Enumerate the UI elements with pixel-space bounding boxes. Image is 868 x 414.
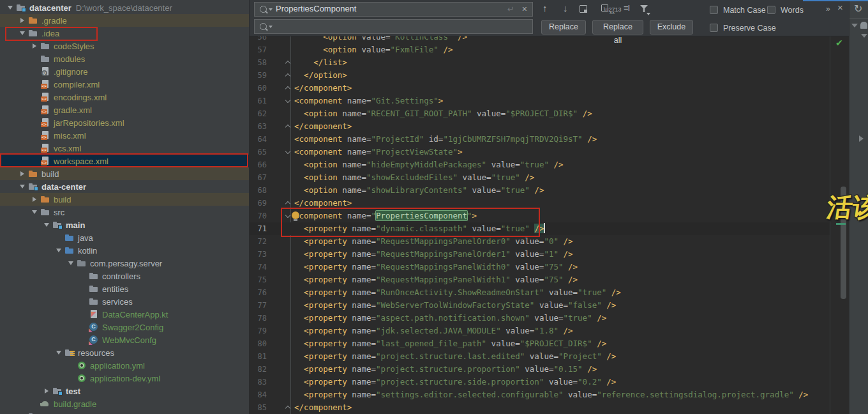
- tree-item-compiler-xml[interactable]: <>compiler.xml: [0, 78, 249, 91]
- tree-expand-arrow[interactable]: [53, 351, 64, 355]
- replace-history-chevron-icon[interactable]: [269, 26, 273, 28]
- tree-expand-arrow[interactable]: [17, 18, 28, 23]
- tree-item-java[interactable]: java: [0, 231, 249, 244]
- editor-scrollbar-thumb[interactable]: [841, 187, 846, 299]
- code-line-62[interactable]: 62 <option name="RECENT_GIT_ROOT_PATH" v…: [250, 107, 849, 120]
- replace-all-button[interactable]: Replace all: [592, 20, 643, 34]
- project-tree-panel[interactable]: datacenterD:\work_space\datacenter.gradl…: [0, 0, 249, 414]
- tree-item-application-yml[interactable]: application.yml: [0, 359, 249, 372]
- close-search-icon[interactable]: ×: [837, 2, 843, 13]
- code-text[interactable]: <property name="project.structure.side.p…: [285, 376, 616, 388]
- code-text[interactable]: <property name="RunOnceActivity.ShowRead…: [285, 286, 621, 299]
- search-input-value[interactable]: PropertiesComponent: [276, 4, 356, 13]
- tree-item-vcs-xml[interactable]: <>vcs.xml: [0, 142, 249, 155]
- collapse-arrow-icon[interactable]: [861, 34, 867, 38]
- tree-item-modules[interactable]: modules: [0, 52, 249, 65]
- code-line-77[interactable]: 77 <property name="WebServerToolWindowFa…: [250, 299, 849, 312]
- tree-item-webmvcconfg[interactable]: WebMvcConfg: [0, 334, 249, 346]
- code-line-71[interactable]: 71 <property name="dynamic.classpath" va…: [250, 222, 849, 235]
- search-history-chevron-icon[interactable]: [269, 8, 273, 11]
- code-line-79[interactable]: 79 <property name="jdk.selected.JAVA_MOD…: [250, 325, 849, 337]
- clear-search-icon[interactable]: ×: [522, 3, 527, 15]
- code-line-76[interactable]: 76 <property name="RunOnceActivity.ShowR…: [250, 286, 849, 299]
- open-in-find-window-icon[interactable]: [580, 5, 587, 13]
- search-icon[interactable]: [260, 6, 267, 13]
- tree-item-com-persagy-server[interactable]: com.persagy.server: [0, 257, 249, 270]
- tree-item-kotlin[interactable]: kotlin: [0, 244, 249, 257]
- code-line-64[interactable]: 64 <component name="ProjectId" id="1gjCb…: [250, 133, 849, 146]
- tree-item-controllers[interactable]: controllers: [0, 270, 249, 282]
- code-line-63[interactable]: 63 </component>: [250, 120, 849, 133]
- tree-item-build-gradle[interactable]: build.gradle: [0, 397, 249, 410]
- hide-widget-icon[interactable]: [860, 22, 867, 29]
- preserve-case-checkbox[interactable]: [710, 24, 718, 32]
- code-line-73[interactable]: 73 <property name="RequestMappingsPanelO…: [250, 248, 849, 261]
- code-text[interactable]: </component>: [285, 401, 352, 414]
- tree-item-gradle[interactable]: gradle: [0, 410, 249, 414]
- code-line-65[interactable]: 65 <component name="ProjectViewState">: [250, 146, 849, 158]
- code-text[interactable]: <property name="settings.editor.selected…: [285, 388, 808, 401]
- code-line-82[interactable]: 82 <property name="project.structure.pro…: [250, 363, 849, 376]
- replace-input[interactable]: [254, 19, 533, 34]
- code-text[interactable]: <property name="WebServerToolWindowFacto…: [285, 299, 616, 312]
- tree-item-application-dev-yml[interactable]: application-dev.yml: [0, 372, 249, 385]
- code-line-72[interactable]: 72 <property name="RequestMappingsPanelO…: [250, 235, 849, 248]
- exclude-button[interactable]: Exclude: [650, 20, 693, 34]
- code-text[interactable]: <component name="PropertiesComponent">: [285, 210, 477, 222]
- code-line-61[interactable]: 61 <component name="Git.Settings">: [250, 95, 849, 107]
- search-match-marker[interactable]: [836, 223, 846, 225]
- code-line-67[interactable]: 67 <option name="showExcludedFiles" valu…: [250, 171, 849, 184]
- code-line-80[interactable]: 80 <property name="last_opened_file_path…: [250, 337, 849, 350]
- code-text[interactable]: </list>: [285, 56, 347, 69]
- search-input[interactable]: PropertiesComponent ↵ ×: [254, 2, 533, 17]
- tree-expand-arrow[interactable]: [17, 31, 28, 35]
- code-text[interactable]: <property name="dynamic.classpath" value…: [285, 222, 545, 235]
- code-text[interactable]: <property name="last_opened_file_path" v…: [285, 337, 606, 350]
- code-text[interactable]: <option name="hideEmptyMiddlePackages" v…: [285, 158, 564, 171]
- tree-item-resources[interactable]: resources: [0, 346, 249, 359]
- code-line-69[interactable]: 69 </component>: [250, 197, 849, 210]
- code-text[interactable]: </component>: [285, 197, 352, 210]
- tree-item-main[interactable]: main: [0, 218, 249, 231]
- tree-expand-arrow[interactable]: [4, 6, 16, 10]
- code-text[interactable]: <option value="FxmlFile" />: [285, 43, 453, 56]
- match-case-checkbox[interactable]: [710, 6, 718, 14]
- newline-icon[interactable]: ↵: [507, 4, 514, 15]
- filter-chevron-icon[interactable]: [647, 13, 650, 15]
- code-line-83[interactable]: 83 <property name="project.structure.sid…: [250, 376, 849, 388]
- tree-item-build[interactable]: build: [0, 193, 249, 206]
- code-text[interactable]: <component name="ProjectViewState">: [285, 146, 462, 158]
- code-line-84[interactable]: 84 <property name="settings.editor.selec…: [250, 388, 849, 401]
- code-text[interactable]: <option name="showLibraryContents" value…: [285, 184, 544, 197]
- code-line-57[interactable]: 57 <option value="FxmlFile" />: [250, 43, 849, 56]
- tree-item--gitignore[interactable]: ⊘.gitignore: [0, 65, 249, 78]
- tree-item-codestyles[interactable]: codeStyles: [0, 40, 249, 52]
- replace-button[interactable]: Replace: [541, 20, 586, 34]
- code-line-59[interactable]: 59 </option>: [250, 69, 849, 82]
- collapse-arrow-icon[interactable]: [851, 24, 858, 27]
- code-line-66[interactable]: 66 <option name="hideEmptyMiddlePackages…: [250, 158, 849, 171]
- tree-expand-arrow[interactable]: [17, 185, 28, 188]
- code-text[interactable]: <option name="showExcludedFiles" value="…: [285, 171, 534, 184]
- code-line-85[interactable]: 85 </component>: [250, 401, 849, 414]
- search-in-selection-icon[interactable]: ≡I: [624, 3, 629, 14]
- editor-pane[interactable]: 56 <option value="KotlinClass" />57 <opt…: [250, 0, 849, 414]
- tree-item-encodings-xml[interactable]: <>encodings.xml: [0, 91, 249, 103]
- code-text[interactable]: <property name="RequestMappingsPanelOrde…: [285, 235, 573, 248]
- tree-item-src[interactable]: src: [0, 206, 249, 218]
- expand-tool-window-icon[interactable]: [859, 135, 864, 142]
- refresh-icon[interactable]: ↻: [854, 3, 862, 15]
- words-checkbox[interactable]: [767, 6, 775, 14]
- tree-item-datacenterapp-kt[interactable]: DataCenterApp.kt: [0, 308, 249, 321]
- code-line-78[interactable]: 78 <property name="aspect.path.notificat…: [250, 312, 849, 325]
- tree-expand-arrow[interactable]: [65, 261, 77, 265]
- tree-item-services[interactable]: services: [0, 295, 249, 308]
- code-line-75[interactable]: 75 <property name="RequestMappingsPanelW…: [250, 273, 849, 286]
- code-text[interactable]: </component>: [285, 120, 352, 133]
- code-line-58[interactable]: 58 </list>: [250, 56, 849, 69]
- filter-results-icon[interactable]: [640, 5, 648, 12]
- tree-expand-arrow[interactable]: [53, 249, 64, 252]
- tree-item-data-center[interactable]: data-center: [0, 180, 249, 193]
- code-line-68[interactable]: 68 <option name="showLibraryContents" va…: [250, 184, 849, 197]
- tree-item-workspace-xml[interactable]: <>workspace.xml: [0, 155, 249, 167]
